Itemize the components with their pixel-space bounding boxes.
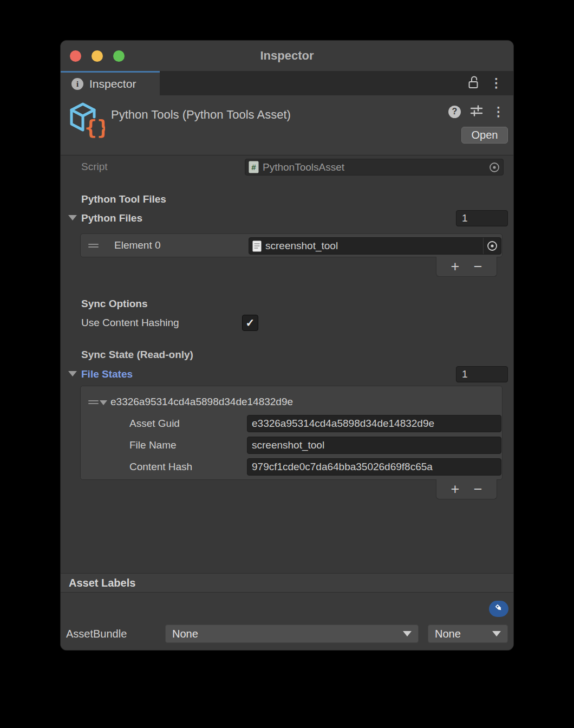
- file-states-entry: e3326a95314cd4a5898d34de14832d9e Asset G…: [80, 386, 503, 480]
- asset-labels-footer: AssetBundle None None: [61, 593, 513, 650]
- assetbundle-variant-dropdown[interactable]: None: [428, 625, 508, 643]
- object-picker-icon[interactable]: [486, 159, 503, 175]
- inspector-window: Inspector i Inspector ⋮: [61, 41, 513, 650]
- file-states-label[interactable]: File States: [81, 366, 133, 382]
- add-element-button[interactable]: +: [451, 259, 459, 274]
- svg-text:{}: {}: [84, 115, 105, 139]
- add-file-state-button[interactable]: +: [451, 482, 459, 497]
- check-icon: ✓: [246, 316, 255, 329]
- svg-text:#: #: [251, 162, 256, 172]
- info-icon: i: [71, 78, 83, 90]
- tab-label: Inspector: [89, 77, 136, 90]
- csharp-script-icon: #: [249, 161, 259, 173]
- chevron-down-icon: [492, 631, 501, 636]
- component-title: Python Tools (Python Tools Asset): [111, 108, 291, 122]
- remove-file-state-button[interactable]: −: [474, 482, 482, 497]
- object-picker-icon[interactable]: [483, 238, 501, 254]
- python-files-foldout-icon[interactable]: [68, 215, 77, 220]
- list-item[interactable]: Element 0 screenshot_tool: [81, 234, 502, 257]
- drag-handle-icon[interactable]: [88, 242, 99, 249]
- tag-icon: [493, 602, 504, 615]
- content-hash-field[interactable]: 979cf1cde0c7da64bba35026d69f8c65a: [247, 458, 501, 476]
- window-title: Inspector: [61, 41, 513, 71]
- file-states-foldout-icon[interactable]: [68, 371, 77, 376]
- unlock-icon[interactable]: [467, 76, 479, 91]
- content-hash-label: Content Hash: [129, 458, 192, 476]
- remove-element-button[interactable]: −: [474, 259, 482, 274]
- file-name-field[interactable]: screenshot_tool: [247, 437, 501, 454]
- assetbundle-label: AssetBundle: [66, 625, 127, 643]
- asset-labels-header: Asset Labels: [61, 573, 513, 593]
- sync-state-section-title: Sync State (Read-only): [81, 347, 193, 363]
- assetbundle-dropdown[interactable]: None: [165, 625, 419, 643]
- python-tools-asset-icon: {}: [68, 101, 105, 142]
- drag-handle-icon[interactable]: [88, 399, 99, 406]
- help-icon[interactable]: ?: [448, 106, 461, 118]
- file-name-label: File Name: [129, 437, 177, 454]
- asset-labels-title: Asset Labels: [69, 577, 135, 589]
- tab-menu-kebab-icon[interactable]: ⋮: [490, 77, 503, 89]
- script-object-value: PythonToolsAsset: [263, 161, 344, 173]
- assetbundle-variant-value: None: [435, 628, 461, 640]
- sync-options-section-title: Sync Options: [81, 296, 147, 312]
- python-files-list: Element 0 screenshot_tool: [80, 233, 503, 257]
- component-menu-kebab-icon[interactable]: ⋮: [492, 106, 505, 118]
- component-header: {} Python Tools (Python Tools Asset) ? ⋮…: [61, 95, 513, 155]
- list-footer: + −: [436, 257, 497, 277]
- script-label: Script: [81, 159, 108, 175]
- file-state-header-row[interactable]: e3326a95314cd4a5898d34de14832d9e: [88, 396, 293, 408]
- use-content-hashing-checkbox[interactable]: ✓: [242, 315, 258, 331]
- desktop: { "window": { "title": "Inspector" }, "t…: [0, 0, 574, 728]
- file-states-footer: + −: [436, 479, 497, 499]
- tab-inspector[interactable]: i Inspector: [61, 71, 160, 95]
- script-object-field[interactable]: # PythonToolsAsset: [245, 159, 504, 176]
- asset-guid-label: Asset Guid: [129, 415, 180, 432]
- file-states-size-field[interactable]: 1: [456, 366, 508, 382]
- add-label-button[interactable]: [489, 601, 508, 617]
- python-tool-files-section-title: Python Tool Files: [81, 191, 166, 207]
- element-object-field[interactable]: screenshot_tool: [249, 237, 501, 255]
- use-content-hashing-label: Use Content Hashing: [81, 315, 179, 331]
- text-asset-icon: [252, 240, 262, 252]
- asset-guid-field[interactable]: e3326a95314cd4a5898d34de14832d9e: [247, 415, 501, 432]
- python-files-label[interactable]: Python Files: [81, 210, 142, 226]
- presets-icon[interactable]: [470, 104, 483, 119]
- open-button[interactable]: Open: [461, 127, 508, 144]
- element-label: Element 0: [114, 239, 161, 251]
- tab-bar: i Inspector ⋮: [61, 71, 513, 95]
- file-state-guid-header: e3326a95314cd4a5898d34de14832d9e: [110, 396, 293, 408]
- entry-foldout-icon[interactable]: [100, 400, 107, 405]
- chevron-down-icon: [403, 631, 412, 636]
- element-object-value: screenshot_tool: [265, 240, 338, 252]
- titlebar[interactable]: Inspector: [61, 41, 513, 71]
- assetbundle-value: None: [172, 628, 198, 640]
- python-files-size-field[interactable]: 1: [456, 210, 508, 226]
